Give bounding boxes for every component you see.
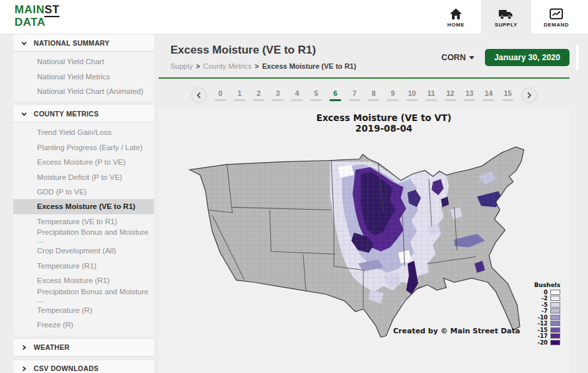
chevron-down-icon <box>21 108 27 120</box>
sidebar-item[interactable]: Excess Moisture (VE to R1) <box>13 199 154 214</box>
chevron-right-icon <box>21 341 27 353</box>
choropleth-map-panel: Excess Moisture (VE to VT) 2019-08-04 <box>159 108 570 373</box>
pagination-page-13[interactable]: 13 <box>464 89 475 101</box>
week-pagination: 0123456789101112131415 <box>159 82 570 108</box>
map-title: Excess Moisture (VE to VT) 2019-08-04 <box>178 112 588 134</box>
nav-demand-label: DEMAND <box>544 22 569 28</box>
brand-logo[interactable]: MAINST DATA <box>15 3 59 28</box>
pagination-page-5[interactable]: 5 <box>311 89 322 101</box>
breadcrumb: Supply>County Metrics>Excess Moisture (V… <box>170 62 356 70</box>
sidebar-item[interactable]: Temperature (VE to R1) <box>13 214 154 229</box>
pagination-page-2[interactable]: 2 <box>253 89 264 101</box>
legend-row: -20 <box>534 339 560 346</box>
chevron-down-icon <box>21 37 27 49</box>
demand-chart-icon <box>549 7 564 21</box>
nav-demand[interactable]: DEMAND <box>531 0 581 34</box>
legend-color-swatch <box>550 296 560 301</box>
sidebar-item[interactable]: GDD (P to VE) <box>13 185 154 199</box>
breadcrumb-separator: > <box>255 63 259 70</box>
legend-row: -5 <box>534 302 560 308</box>
sidebar-section-weather: WEATHER <box>13 339 154 356</box>
breadcrumb-item[interactable]: Supply <box>170 62 193 70</box>
legend-value-label: -17 <box>538 333 548 339</box>
legend-color-swatch <box>550 315 560 320</box>
commodity-dropdown[interactable]: CORN <box>441 53 474 62</box>
sidebar: NATIONAL SUMMARYNational Yield ChartNati… <box>13 34 154 373</box>
nav-home[interactable]: HOME <box>431 0 481 34</box>
sidebar-section-header-county-metrics[interactable]: COUNTY METRICS <box>13 105 154 122</box>
sidebar-item[interactable]: Precipitation Bonus and Moisture ... <box>13 288 154 302</box>
main-content: Excess Moisture (VE to R1) Supply>County… <box>159 34 575 373</box>
top-nav: HOME SUPPLY DEMAND <box>431 0 581 34</box>
commodity-label: CORN <box>441 53 466 62</box>
legend-title: Bushels <box>534 282 560 288</box>
legend-value-label: 0 <box>544 289 548 296</box>
green-divider-line <box>159 77 570 79</box>
date-picker-button[interactable]: January 30, 2020 <box>485 49 570 66</box>
sidebar-item-list: National Yield ChartNational Yield Metri… <box>13 52 154 101</box>
sidebar-section-header-weather[interactable]: WEATHER <box>13 339 154 356</box>
sidebar-item[interactable]: National Yield Chart (Animated) <box>13 84 154 99</box>
map-title-text: Excess Moisture (VE to VT) <box>178 112 588 123</box>
sidebar-item[interactable]: Temperature (R) <box>13 303 154 317</box>
us-county-map[interactable] <box>163 132 564 351</box>
sidebar-item[interactable]: Crop Development (All) <box>13 243 154 258</box>
legend-value-label: -2 <box>542 295 548 302</box>
sidebar-item[interactable]: Planting Progress (Early / Late) <box>13 140 154 155</box>
legend-color-swatch <box>550 302 560 308</box>
sidebar-item[interactable]: Freeze (R) <box>13 317 154 332</box>
logo-line2: DATA <box>15 16 46 28</box>
pagination-next-button[interactable] <box>521 87 537 103</box>
pagination-page-9[interactable]: 9 <box>387 89 398 101</box>
pagination-page-0[interactable]: 0 <box>215 89 226 101</box>
breadcrumb-item[interactable]: County Metrics <box>203 62 251 70</box>
sidebar-item[interactable]: Temperature (R1) <box>13 259 154 273</box>
sidebar-section-label: COUNTY METRICS <box>34 110 99 118</box>
legend-color-swatch <box>550 290 560 295</box>
legend-value-label: -7 <box>542 308 548 314</box>
legend-row: -12 <box>534 321 560 327</box>
pagination-prev-button[interactable] <box>191 87 207 103</box>
legend-row: 0 <box>534 289 560 296</box>
sidebar-item[interactable]: Trend Yield Gain/Loss <box>13 125 154 140</box>
sidebar-item[interactable]: Excess Moisture (R1) <box>13 273 154 288</box>
legend-value-label: -5 <box>542 302 548 308</box>
nav-supply[interactable]: SUPPLY <box>481 0 531 34</box>
page-head: Excess Moisture (VE to R1) Supply>County… <box>159 34 575 78</box>
legend-value-label: -12 <box>538 320 548 327</box>
sidebar-item[interactable]: Moisture Deficit (P to VE) <box>13 169 154 184</box>
pagination-page-7[interactable]: 7 <box>349 89 360 101</box>
home-icon <box>449 7 463 21</box>
logo-line1-st: ST <box>44 3 59 17</box>
sidebar-section-csv-downloads: CSV DOWNLOADS <box>13 360 154 373</box>
pagination-page-14[interactable]: 14 <box>483 89 494 101</box>
map-attribution: Created by © Main Street Data <box>393 327 520 335</box>
pagination-page-1[interactable]: 1 <box>234 89 245 101</box>
pagination-page-15[interactable]: 15 <box>502 89 513 101</box>
pagination-page-10[interactable]: 10 <box>406 89 418 101</box>
legend-color-swatch <box>550 308 560 313</box>
pagination-page-12[interactable]: 12 <box>445 89 456 101</box>
sidebar-section-header-national-summary[interactable]: NATIONAL SUMMARY <box>13 34 154 52</box>
breadcrumb-separator: > <box>196 63 200 70</box>
sidebar-section-header-csv-downloads[interactable]: CSV DOWNLOADS <box>13 360 154 373</box>
header-controls: CORN January 30, 2020 <box>441 49 570 66</box>
top-header: MAINST DATA HOME SUPPLY <box>0 0 588 34</box>
legend-row: -17 <box>534 333 560 340</box>
sidebar-item[interactable]: National Yield Chart <box>13 54 154 69</box>
legend-color-swatch <box>550 333 560 339</box>
pagination-page-8[interactable]: 8 <box>368 89 379 101</box>
nav-supply-label: SUPPLY <box>495 22 517 28</box>
chevron-down-icon <box>469 56 474 60</box>
sidebar-item[interactable]: Precipitation Bonus and Moisture ... <box>13 229 154 243</box>
legend-value-label: -10 <box>538 314 548 321</box>
sidebar-section-label: NATIONAL SUMMARY <box>34 39 110 47</box>
legend-value-label: -20 <box>538 339 548 346</box>
sidebar-item[interactable]: Excess Moisture (P to VE) <box>13 155 154 169</box>
sidebar-item[interactable]: National Yield Metrics <box>13 69 154 83</box>
legend-row: -7 <box>534 308 560 315</box>
pagination-page-4[interactable]: 4 <box>291 89 303 101</box>
pagination-page-3[interactable]: 3 <box>272 89 283 101</box>
pagination-page-11[interactable]: 11 <box>425 89 437 101</box>
pagination-page-6[interactable]: 6 <box>330 89 341 101</box>
